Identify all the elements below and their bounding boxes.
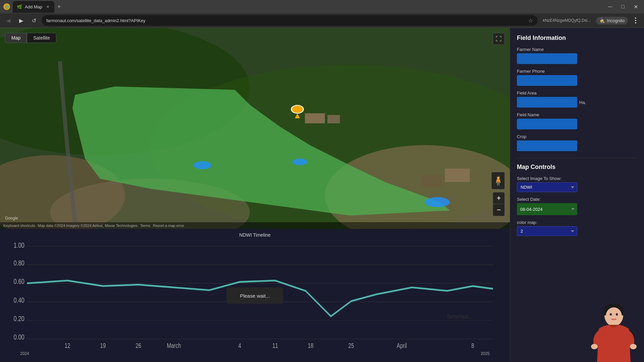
browser-chrome: 🌐 🌿 Add Map ✕ + ─ □ ✕ ◀ ▶ ↺ farmonaut.co…: [0, 0, 644, 28]
svg-rect-11: [305, 113, 325, 123]
back-button[interactable]: ◀: [3, 15, 13, 25]
farmer-phone-label: Farmer Phone: [517, 69, 637, 74]
map-type-map-btn[interactable]: Map: [5, 33, 27, 43]
farmer-phone-input[interactable]: [517, 75, 577, 86]
avatar-svg: [587, 295, 641, 362]
bookmark-icon[interactable]: ☆: [528, 17, 533, 24]
street-view-icon: 🧍: [492, 175, 504, 186]
fullscreen-button[interactable]: ⛶: [493, 33, 505, 45]
browser-icon: 🌐: [3, 3, 10, 10]
svg-text:18: 18: [308, 342, 314, 349]
menu-dot-3: [635, 22, 636, 23]
svg-text:0.80: 0.80: [14, 258, 24, 267]
title-bar: 🌐 🌿 Add Map ✕ + ─ □ ✕: [0, 0, 644, 13]
field-area-input[interactable]: [517, 97, 577, 108]
forward-button[interactable]: ▶: [16, 15, 26, 25]
chart-year-start: 2024: [20, 351, 29, 356]
svg-text:0.60: 0.60: [14, 277, 24, 286]
satellite-map[interactable]: Map Satellite ⛶ 🧍 + − Google Keyboard sh…: [0, 28, 510, 229]
chart-container: NDWI Timeline 1.00 0.80 0.60 0.40 0.20 0…: [0, 229, 510, 362]
menu-button[interactable]: [631, 15, 641, 25]
minimize-button[interactable]: ─: [605, 2, 615, 12]
close-button[interactable]: ✕: [631, 2, 641, 12]
chart-svg: 1.00 0.80 0.60 0.40 0.20 0.00: [7, 239, 503, 349]
farmer-name-input[interactable]: [517, 53, 577, 64]
field-name-input[interactable]: [517, 119, 577, 129]
extension-display: kNzE4NzgwMDQyfQ.Dsl...: [540, 15, 594, 25]
svg-text:26: 26: [136, 342, 141, 349]
map-type-buttons: Map Satellite: [5, 33, 56, 43]
fullscreen-icon: ⛶: [496, 36, 502, 43]
section-divider: [517, 158, 637, 158]
svg-text:8: 8: [471, 342, 474, 349]
select-date-group: Select Date:: [517, 197, 637, 215]
map-container: Map Satellite ⛶ 🧍 + − Google Keyboard sh…: [0, 28, 510, 362]
svg-text:4: 4: [238, 342, 241, 349]
refresh-button[interactable]: ↺: [29, 15, 39, 25]
map-type-satellite-btn[interactable]: Satellite: [27, 33, 56, 43]
svg-point-41: [606, 307, 622, 325]
incognito-icon: 🕵️: [599, 18, 605, 23]
field-info-title: Field Information: [517, 35, 637, 42]
terms-link[interactable]: Terms: [140, 224, 150, 228]
svg-text:farmonaut...: farmonaut...: [447, 313, 472, 319]
svg-point-8: [292, 159, 308, 165]
tab-title: Add Map: [25, 4, 42, 9]
zoom-in-button[interactable]: +: [493, 192, 505, 204]
zoom-controls: + −: [493, 192, 505, 216]
svg-text:0.00: 0.00: [14, 333, 24, 341]
svg-rect-12: [327, 115, 340, 123]
field-area-unit: Ha,: [579, 100, 586, 105]
svg-point-10: [291, 105, 304, 113]
color-map-dropdown[interactable]: 1 2 3 4: [517, 226, 577, 236]
farmer-phone-group: Farmer Phone: [517, 69, 637, 86]
keyboard-shortcuts-link[interactable]: Keyboard shortcuts: [3, 224, 35, 228]
farmer-name-group: Farmer Name: [517, 47, 637, 64]
svg-point-7: [194, 161, 212, 169]
window-controls: ─ □ ✕: [605, 2, 641, 12]
address-bar[interactable]: farmonaut.com/satellite_data_admin2.html…: [42, 15, 538, 26]
attribution-text: Map data ©2024 Imagery ©2024 Airbus, Max…: [38, 224, 138, 228]
select-image-label: Select Image To Show:: [517, 176, 637, 181]
field-area-label: Field Area: [517, 90, 637, 96]
street-view-button[interactable]: 🧍: [491, 172, 505, 189]
select-image-dropdown[interactable]: NDWI NDVI EVI RGB: [517, 182, 577, 192]
field-area-input-group: Ha,: [517, 97, 637, 108]
crop-group: Crop: [517, 134, 637, 151]
google-watermark: Google: [5, 216, 18, 221]
crop-input[interactable]: [517, 140, 577, 151]
maximize-button[interactable]: □: [618, 2, 628, 12]
field-name-group: Field Name: [517, 112, 637, 129]
chart-year-end: 2025: [481, 351, 490, 356]
svg-point-46: [630, 344, 637, 349]
address-bar-row: ◀ ▶ ↺ farmonaut.com/satellite_data_admin…: [0, 13, 644, 27]
svg-point-42: [610, 313, 612, 316]
zoom-out-button[interactable]: −: [493, 204, 505, 216]
svg-point-43: [616, 313, 618, 316]
svg-rect-14: [422, 175, 442, 187]
report-error-link[interactable]: Report a map error: [153, 224, 184, 228]
tab-close-button[interactable]: ✕: [45, 4, 50, 9]
new-tab-button[interactable]: +: [54, 2, 64, 11]
map-controls-title: Map Controls: [517, 164, 637, 171]
farmer-name-label: Farmer Name: [517, 47, 637, 52]
field-name-label: Field Name: [517, 112, 637, 117]
chart-area: 1.00 0.80 0.60 0.40 0.20 0.00: [7, 239, 503, 349]
svg-text:0.20: 0.20: [14, 314, 24, 322]
select-image-group: Select Image To Show: NDWI NDVI EVI RGB: [517, 176, 637, 192]
incognito-label: Incognito: [607, 18, 625, 23]
svg-rect-13: [445, 169, 470, 182]
field-info-section: Field Information Farmer Name Farmer Pho…: [517, 35, 637, 151]
svg-text:April: April: [397, 342, 407, 349]
color-map-label: color map:: [517, 220, 637, 225]
date-input[interactable]: [517, 203, 577, 215]
map-attribution: Keyboard shortcuts Map data ©2024 Imager…: [0, 222, 510, 229]
active-tab[interactable]: 🌿 Add Map ✕: [13, 1, 54, 13]
select-date-label: Select Date:: [517, 197, 637, 202]
svg-text:March: March: [167, 342, 181, 349]
avatar-person: [584, 289, 644, 362]
svg-text:11: 11: [272, 342, 278, 349]
incognito-button[interactable]: 🕵️ Incognito: [596, 17, 628, 24]
field-area-group: Field Area Ha,: [517, 90, 637, 108]
right-panel: Field Information Farmer Name Farmer Pho…: [510, 28, 644, 362]
